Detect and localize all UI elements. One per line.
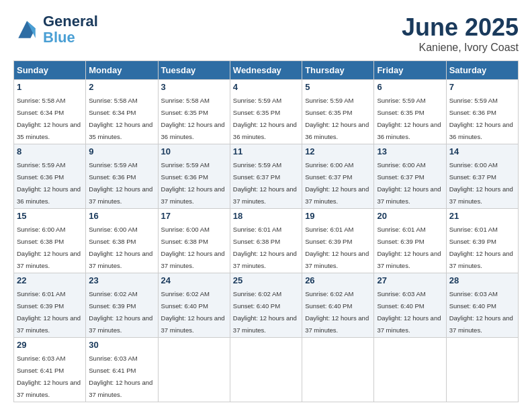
calendar-week-row: 22 Sunrise: 6:01 AMSunset: 6:39 PMDaylig…: [14, 273, 519, 338]
calendar-cell: 2 Sunrise: 5:58 AMSunset: 6:34 PMDayligh…: [86, 80, 158, 144]
weekday-header: Thursday: [302, 61, 374, 80]
day-number: 30: [89, 340, 154, 350]
day-info: Sunrise: 5:59 AMSunset: 6:35 PMDaylight:…: [233, 97, 297, 140]
weekday-header: Wednesday: [230, 61, 302, 80]
weekday-header: Monday: [86, 61, 158, 80]
day-info: Sunrise: 6:01 AMSunset: 6:39 PMDaylight:…: [449, 226, 513, 269]
day-info: Sunrise: 6:03 AMSunset: 6:41 PMDaylight:…: [17, 355, 81, 398]
day-info: Sunrise: 6:02 AMSunset: 6:40 PMDaylight:…: [233, 290, 297, 334]
day-info: Sunrise: 5:59 AMSunset: 6:36 PMDaylight:…: [17, 161, 81, 205]
weekday-header: Sunday: [14, 61, 86, 80]
day-number: 1: [17, 82, 83, 92]
day-number: 28: [449, 275, 515, 285]
month-title: June 2025: [402, 13, 519, 42]
calendar-cell: [374, 338, 446, 402]
calendar-cell: 14 Sunrise: 6:00 AMSunset: 6:37 PMDaylig…: [446, 144, 518, 209]
logo-line2: Blue: [43, 30, 98, 46]
calendar-cell: 20 Sunrise: 6:01 AMSunset: 6:39 PMDaylig…: [374, 209, 446, 273]
day-info: Sunrise: 5:59 AMSunset: 6:35 PMDaylight:…: [305, 97, 369, 140]
day-info: Sunrise: 6:02 AMSunset: 6:40 PMDaylight:…: [305, 290, 369, 334]
day-number: 18: [233, 211, 299, 221]
calendar-table: SundayMondayTuesdayWednesdayThursdayFrid…: [13, 60, 519, 402]
calendar-cell: 30 Sunrise: 6:03 AMSunset: 6:41 PMDaylig…: [86, 338, 158, 402]
day-info: Sunrise: 6:00 AMSunset: 6:37 PMDaylight:…: [449, 161, 513, 205]
day-number: 12: [305, 146, 371, 156]
calendar-cell: 9 Sunrise: 5:59 AMSunset: 6:36 PMDayligh…: [86, 144, 158, 209]
day-info: Sunrise: 6:01 AMSunset: 6:38 PMDaylight:…: [233, 226, 297, 269]
calendar-cell: 3 Sunrise: 5:58 AMSunset: 6:35 PMDayligh…: [158, 80, 230, 144]
day-info: Sunrise: 6:02 AMSunset: 6:39 PMDaylight:…: [89, 290, 152, 334]
calendar-cell: [158, 338, 230, 402]
day-info: Sunrise: 6:00 AMSunset: 6:38 PMDaylight:…: [161, 226, 225, 269]
day-number: 10: [161, 146, 227, 156]
day-info: Sunrise: 5:59 AMSunset: 6:36 PMDaylight:…: [89, 161, 152, 205]
calendar-cell: 23 Sunrise: 6:02 AMSunset: 6:39 PMDaylig…: [86, 273, 158, 338]
logo-line1: General: [43, 13, 98, 30]
day-number: 3: [161, 82, 227, 92]
calendar-cell: 18 Sunrise: 6:01 AMSunset: 6:38 PMDaylig…: [230, 209, 302, 273]
calendar-cell: 25 Sunrise: 6:02 AMSunset: 6:40 PMDaylig…: [230, 273, 302, 338]
day-number: 5: [305, 82, 371, 92]
calendar-week-row: 8 Sunrise: 5:59 AMSunset: 6:36 PMDayligh…: [14, 144, 519, 209]
day-info: Sunrise: 5:58 AMSunset: 6:35 PMDaylight:…: [161, 97, 225, 140]
calendar-cell: 17 Sunrise: 6:00 AMSunset: 6:38 PMDaylig…: [158, 209, 230, 273]
calendar-cell: 7 Sunrise: 5:59 AMSunset: 6:36 PMDayligh…: [446, 80, 518, 144]
day-info: Sunrise: 6:03 AMSunset: 6:41 PMDaylight:…: [89, 355, 152, 398]
day-number: 27: [377, 275, 443, 285]
calendar-cell: 12 Sunrise: 6:00 AMSunset: 6:37 PMDaylig…: [302, 144, 374, 209]
day-info: Sunrise: 6:00 AMSunset: 6:38 PMDaylight:…: [17, 226, 81, 269]
calendar-cell: [446, 338, 518, 402]
calendar-cell: 11 Sunrise: 5:59 AMSunset: 6:37 PMDaylig…: [230, 144, 302, 209]
weekday-header-row: SundayMondayTuesdayWednesdayThursdayFrid…: [14, 61, 519, 80]
day-info: Sunrise: 6:00 AMSunset: 6:37 PMDaylight:…: [305, 161, 369, 205]
location-title: Kaniene, Ivory Coast: [402, 42, 519, 54]
day-info: Sunrise: 6:01 AMSunset: 6:39 PMDaylight:…: [17, 290, 81, 334]
day-info: Sunrise: 6:01 AMSunset: 6:39 PMDaylight:…: [305, 226, 369, 269]
calendar-cell: 1 Sunrise: 5:58 AMSunset: 6:34 PMDayligh…: [14, 80, 86, 144]
day-number: 14: [449, 146, 515, 156]
weekday-header: Tuesday: [158, 61, 230, 80]
day-number: 4: [233, 82, 299, 92]
day-number: 29: [17, 340, 83, 350]
calendar-cell: 22 Sunrise: 6:01 AMSunset: 6:39 PMDaylig…: [14, 273, 86, 338]
day-number: 24: [161, 275, 227, 285]
calendar-week-row: 15 Sunrise: 6:00 AMSunset: 6:38 PMDaylig…: [14, 209, 519, 273]
day-number: 13: [377, 146, 443, 156]
day-number: 8: [17, 146, 83, 156]
day-number: 22: [17, 275, 83, 285]
day-info: Sunrise: 5:59 AMSunset: 6:36 PMDaylight:…: [161, 161, 225, 205]
title-area: June 2025 Kaniene, Ivory Coast: [402, 13, 519, 54]
day-info: Sunrise: 5:58 AMSunset: 6:34 PMDaylight:…: [89, 97, 152, 140]
calendar-cell: 8 Sunrise: 5:59 AMSunset: 6:36 PMDayligh…: [14, 144, 86, 209]
day-number: 2: [89, 82, 154, 92]
day-info: Sunrise: 6:02 AMSunset: 6:40 PMDaylight:…: [161, 290, 225, 334]
calendar-cell: 16 Sunrise: 6:00 AMSunset: 6:38 PMDaylig…: [86, 209, 158, 273]
calendar-cell: [302, 338, 374, 402]
calendar-cell: 4 Sunrise: 5:59 AMSunset: 6:35 PMDayligh…: [230, 80, 302, 144]
day-number: 19: [305, 211, 371, 221]
calendar-cell: 24 Sunrise: 6:02 AMSunset: 6:40 PMDaylig…: [158, 273, 230, 338]
day-info: Sunrise: 6:00 AMSunset: 6:37 PMDaylight:…: [377, 161, 441, 205]
day-info: Sunrise: 6:00 AMSunset: 6:38 PMDaylight:…: [89, 226, 152, 269]
calendar-cell: 15 Sunrise: 6:00 AMSunset: 6:38 PMDaylig…: [14, 209, 86, 273]
calendar-cell: 21 Sunrise: 6:01 AMSunset: 6:39 PMDaylig…: [446, 209, 518, 273]
logo: General Blue: [13, 13, 98, 46]
day-number: 15: [17, 211, 83, 221]
calendar-cell: 29 Sunrise: 6:03 AMSunset: 6:41 PMDaylig…: [14, 338, 86, 402]
calendar-cell: 28 Sunrise: 6:03 AMSunset: 6:40 PMDaylig…: [446, 273, 518, 338]
calendar-cell: 10 Sunrise: 5:59 AMSunset: 6:36 PMDaylig…: [158, 144, 230, 209]
day-number: 23: [89, 275, 154, 285]
calendar-cell: 27 Sunrise: 6:03 AMSunset: 6:40 PMDaylig…: [374, 273, 446, 338]
day-number: 21: [449, 211, 515, 221]
calendar-cell: 13 Sunrise: 6:00 AMSunset: 6:37 PMDaylig…: [374, 144, 446, 209]
day-info: Sunrise: 5:59 AMSunset: 6:37 PMDaylight:…: [233, 161, 297, 205]
day-info: Sunrise: 6:03 AMSunset: 6:40 PMDaylight:…: [449, 290, 513, 334]
day-number: 11: [233, 146, 299, 156]
day-number: 20: [377, 211, 443, 221]
calendar-cell: 6 Sunrise: 5:59 AMSunset: 6:35 PMDayligh…: [374, 80, 446, 144]
day-info: Sunrise: 5:58 AMSunset: 6:34 PMDaylight:…: [17, 97, 81, 140]
weekday-header: Saturday: [446, 61, 518, 80]
day-number: 7: [449, 82, 515, 92]
day-number: 6: [377, 82, 443, 92]
day-info: Sunrise: 5:59 AMSunset: 6:36 PMDaylight:…: [449, 97, 513, 140]
